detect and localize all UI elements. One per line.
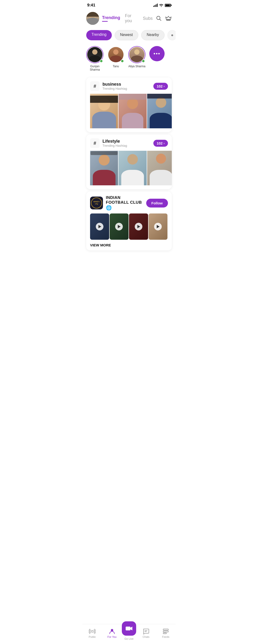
video-thumb-4[interactable] [149,214,168,240]
person-image [147,94,172,128]
grid-image-2[interactable] [118,94,147,128]
header: Trending For you Subs [82,10,176,28]
chevron-right-icon: › [164,84,165,88]
play-icon [157,225,160,228]
club-logo: WINDY city [90,196,103,210]
globe-icon: 🌐 [106,205,112,210]
story-avatar-wrap [107,46,124,63]
club-logo-inner: WINDY city [91,198,102,208]
video-thumb-1[interactable] [90,214,109,240]
club-name-block: INDIAN FOOTBALL CLUB 🌐 [106,195,143,210]
online-indicator [100,60,103,63]
club-logo-text-2: city [95,203,98,205]
grid-image-3[interactable] [147,94,172,128]
count-label: 102 [157,141,163,145]
story-more-button[interactable]: ••• [149,46,165,61]
grid-image-1[interactable] [90,94,118,128]
play-button[interactable] [154,223,162,230]
filter-row: Trending Newest Nearby ● [82,28,176,44]
video-thumb-2[interactable] [110,214,129,240]
nav-tabs: Trending For you Subs [102,13,153,23]
lifestyle-hashtag-card: # Lifestyle Trending Hashtag 102 › [86,134,172,189]
person-image [147,151,172,185]
video-grid [86,214,172,240]
business-hashtag-card: # business Trending Hashtag 102 › [86,78,172,132]
more-dots-label: ••• [153,50,160,57]
tab-trending[interactable]: Trending [102,15,120,22]
card-count-badge[interactable]: 102 › [153,140,168,147]
search-icon[interactable] [156,15,162,22]
online-indicator [121,60,124,63]
battery-icon [165,4,171,7]
card-subtitle: Trending Hashtag [102,87,151,90]
chevron-right-icon: › [164,142,165,145]
status-bar: 9:41 [82,0,176,10]
view-more-button[interactable]: VIEW MORE [86,240,172,250]
card-title-block: business Trending Hashtag [102,82,151,90]
card-count-badge[interactable]: 102 › [153,83,168,90]
play-icon [137,225,140,228]
play-button[interactable] [135,223,142,230]
story-name: Tanu [113,65,119,68]
story-item[interactable]: Gunjan Sharma [86,46,103,71]
story-item[interactable]: Tanu [107,46,124,71]
story-avatar-wrap [128,46,146,63]
card-title-block: Lifestyle Trending Hashtag [102,139,151,148]
club-header: WINDY city INDIAN FOOTBALL CLUB 🌐 Follow [86,192,172,214]
status-time: 9:41 [87,3,95,8]
svg-rect-2 [166,20,171,20]
story-item[interactable]: Aliya Sharma [128,46,146,71]
online-indicator [142,60,145,63]
tab-for-you[interactable]: For you [125,13,138,23]
person-image [118,151,147,185]
club-name: INDIAN FOOTBALL CLUB [106,195,143,205]
avatar[interactable] [86,12,99,25]
tab-subs[interactable]: Subs [143,16,153,21]
header-icons [156,15,172,22]
story-name: Gunjan Sharma [86,65,103,71]
follow-button[interactable]: Follow [146,199,168,208]
play-icon [118,225,121,228]
count-label: 102 [157,84,163,88]
person-image [90,151,118,185]
hashtag-icon: # [90,138,100,148]
filter-newest[interactable]: Newest [115,30,138,40]
grid-image-1[interactable] [90,151,118,185]
card-header: # business Trending Hashtag 102 › [86,78,172,94]
story-more-item[interactable]: ••• [149,46,165,71]
grid-image-2[interactable] [118,151,147,185]
stories-row: Gunjan Sharma Tanu [82,44,176,75]
image-grid [86,94,172,132]
person-image [90,94,118,128]
svg-line-1 [160,19,161,20]
story-avatar-wrap [86,46,103,63]
image-grid [86,151,172,189]
person-image [118,94,147,128]
card-title: Lifestyle [102,139,151,144]
signal-icon [153,4,158,7]
video-thumb-3[interactable] [129,214,148,240]
play-icon [98,225,101,228]
play-button[interactable] [115,223,123,230]
status-icons [153,4,171,7]
club-card: WINDY city INDIAN FOOTBALL CLUB 🌐 Follow [86,192,172,250]
card-header: # Lifestyle Trending Hashtag 102 › [86,134,172,151]
card-subtitle: Trending Hashtag [102,144,151,148]
card-title: business [102,82,151,87]
filter-trending[interactable]: Trending [86,30,112,40]
filter-nearby[interactable]: Nearby [141,30,165,40]
filter-more[interactable]: ● [168,30,176,40]
crown-icon[interactable] [165,15,172,22]
story-name: Aliya Sharma [128,65,145,68]
play-button[interactable] [96,223,103,230]
grid-image-3[interactable] [147,151,172,185]
hashtag-icon: # [90,81,100,91]
wifi-icon [159,4,163,7]
